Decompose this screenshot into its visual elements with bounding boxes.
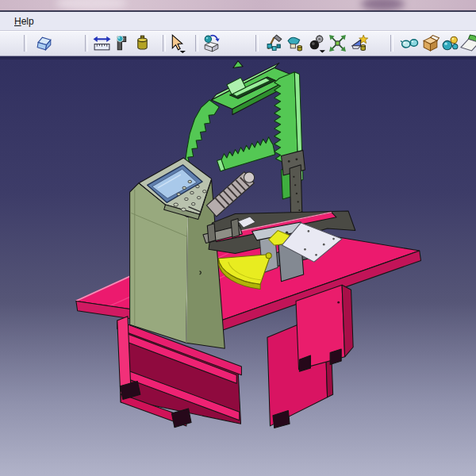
constraints-arrows-icon[interactable] <box>328 33 347 53</box>
iso-box-icon[interactable] <box>420 33 440 53</box>
main-toolbar <box>0 31 476 56</box>
window-titlebar[interactable] <box>0 0 476 10</box>
toolbar-separator <box>195 35 198 52</box>
toolbar-separator <box>163 35 166 52</box>
toolbar-separator <box>85 35 88 52</box>
control-cabinet <box>130 158 225 348</box>
green-lower-rack <box>221 137 275 170</box>
toolbar-separator <box>255 35 259 52</box>
menu-bar: Help <box>0 12 476 31</box>
lead-screw <box>206 172 254 217</box>
star-part-icon[interactable] <box>350 33 370 53</box>
toolbar-separator <box>24 35 27 52</box>
spheres-icon[interactable] <box>440 33 460 53</box>
select-arrow-icon[interactable] <box>167 33 186 53</box>
menu-item-help[interactable]: Help <box>8 14 40 29</box>
menu-help-accel: H <box>14 16 21 27</box>
part-box-icon[interactable] <box>35 33 55 53</box>
knowledge-hand-icon[interactable] <box>286 33 305 53</box>
shading-plane-icon[interactable] <box>460 33 476 53</box>
titlebar-smudge <box>361 0 405 10</box>
fly-glasses-icon[interactable] <box>400 33 420 53</box>
menu-help-rest: elp <box>21 16 34 27</box>
cad-model-canvas <box>0 60 476 476</box>
catalog-hammer-icon[interactable] <box>265 33 285 53</box>
green-left-arm <box>185 100 219 164</box>
toolbar-separator <box>390 35 393 52</box>
fly-mode-icon[interactable] <box>202 33 221 53</box>
workbench-right-pedestal <box>296 285 353 369</box>
knowledge-inspector-icon[interactable] <box>306 33 326 53</box>
titlebar-sheen <box>56 0 127 10</box>
measure-item-icon[interactable] <box>113 33 132 53</box>
measure-between-icon[interactable] <box>92 33 112 53</box>
3d-viewport[interactable] <box>0 60 476 476</box>
mass-properties-icon[interactable] <box>132 33 152 53</box>
